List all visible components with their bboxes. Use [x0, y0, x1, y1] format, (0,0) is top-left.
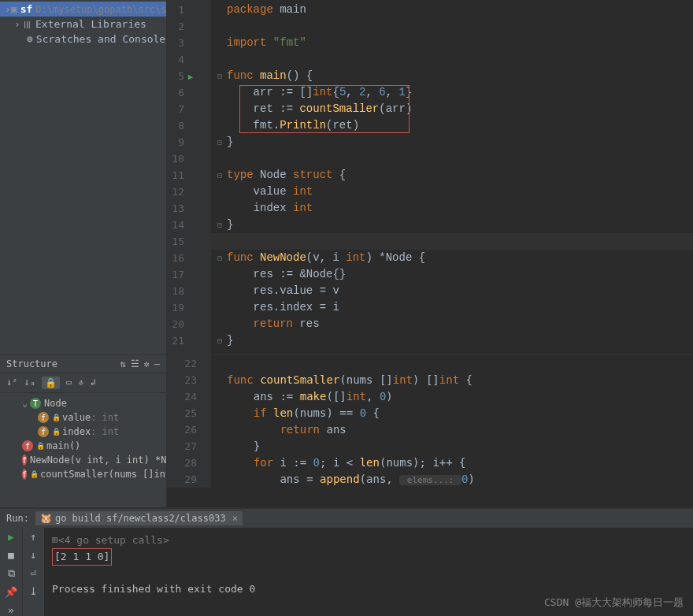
- rerun-icon[interactable]: ▶: [8, 531, 14, 543]
- code-line[interactable]: arr := []int{5, 2, 6, 1}: [211, 84, 693, 101]
- structure-item[interactable]: f🔒countSmaller(nums []int) []i: [0, 467, 166, 481]
- code-editor-lower[interactable]: 2223func countSmaller(nums []int) []int …: [167, 355, 693, 507]
- show-inherited-icon[interactable]: ▭: [66, 377, 72, 389]
- expand-hint-icon[interactable]: ⊞: [52, 534, 58, 546]
- structure-toolbar: ↓ᶻ ↓ₐ 🔒 ▭ ⎀ ↲: [0, 373, 166, 393]
- structure-item[interactable]: fNewNode(v int, i int) *Nod: [0, 453, 166, 467]
- watermark: CSDN @福大大架构师每日一题: [544, 596, 684, 610]
- code-line[interactable]: res.value = v: [211, 283, 693, 299]
- code-line[interactable]: res := &Node{}: [211, 266, 693, 283]
- run-toolbar-left: ▶ ■ ⧉ 📌 »: [0, 528, 22, 616]
- code-line[interactable]: 22: [167, 355, 693, 372]
- expand-icon[interactable]: ☱: [131, 358, 139, 369]
- code-line[interactable]: 28 for i := 0; i < len(nums); i++ {: [167, 455, 693, 471]
- scratches-icon: ⊚: [27, 33, 33, 45]
- autoscroll-from-icon[interactable]: ↲: [90, 377, 95, 389]
- more-icon[interactable]: »: [8, 604, 14, 616]
- code-line[interactable]: [211, 150, 693, 167]
- run-label: Run:: [6, 513, 29, 524]
- folder-icon: ▣: [11, 3, 17, 15]
- code-editor[interactable]: 12345▶6789101112131415161718192021 packa…: [167, 0, 693, 354]
- structure-item[interactable]: f🔒index: int: [0, 425, 166, 439]
- sort-visibility-icon[interactable]: ↓ₐ: [24, 377, 35, 389]
- code-line[interactable]: ⊟func main() {: [211, 68, 693, 84]
- code-line[interactable]: value int: [211, 184, 693, 200]
- run-toolbar-2: ↑ ↓ ⏎ ⤓: [22, 528, 44, 616]
- up-icon[interactable]: ↑: [31, 531, 37, 543]
- settings-icon[interactable]: ✲: [144, 358, 150, 369]
- down-icon[interactable]: ↓: [31, 549, 37, 561]
- code-line[interactable]: ⊟}: [211, 134, 693, 150]
- run-tab-label: go build sf/newclass2/class033: [55, 513, 226, 524]
- scratches-consoles[interactable]: ⊚ Scratches and Consoles: [0, 32, 166, 46]
- sort-alpha-icon[interactable]: ↓ᶻ: [6, 377, 17, 389]
- chevron-right-icon: ›: [14, 18, 22, 30]
- code-line[interactable]: ⊟}: [211, 332, 693, 349]
- code-line[interactable]: [211, 18, 693, 35]
- code-line[interactable]: 26 return ans: [167, 421, 693, 438]
- stop-icon[interactable]: ■: [8, 549, 14, 561]
- scroll-icon[interactable]: ⤓: [29, 585, 38, 597]
- project-name: sf: [20, 3, 33, 15]
- structure-item[interactable]: f🔒main(): [0, 439, 166, 453]
- show-fields-icon[interactable]: 🔒: [42, 377, 60, 389]
- code-line[interactable]: [211, 51, 693, 68]
- code-line[interactable]: ⊟}: [211, 217, 693, 233]
- autoscroll-icon[interactable]: ⎀: [78, 377, 83, 389]
- code-line[interactable]: 25 if len(nums) == 0 {: [167, 405, 693, 421]
- code-line[interactable]: res.index = i: [211, 299, 693, 316]
- exit-message: Process finished with exit code 0: [52, 581, 685, 597]
- structure-panel: Structure ⇅ ☱ ✲ — ↓ᶻ ↓ₐ 🔒 ▭ ⎀ ↲ ⌄TNodef🔒…: [0, 355, 167, 507]
- structure-item[interactable]: f🔒value: int: [0, 410, 166, 425]
- project-tree[interactable]: › ▣ sf D:\mysetup\gopath\src\sf › ⫼ Exte…: [0, 0, 166, 48]
- code-line[interactable]: package main: [211, 2, 693, 18]
- setup-calls: <4 go setup calls>: [58, 534, 169, 546]
- structure-tree[interactable]: ⌄TNodef🔒value: intf🔒index: intf🔒main()fN…: [0, 393, 166, 484]
- code-line[interactable]: 27 }: [167, 438, 693, 455]
- line-number-gutter: 12345▶6789101112131415161718192021: [167, 0, 211, 354]
- code-line[interactable]: ret := countSmaller(arr): [211, 101, 693, 117]
- code-line[interactable]: ⊟type Node struct {: [211, 167, 693, 184]
- project-path: D:\mysetup\gopath\src\sf: [35, 4, 167, 15]
- code-line[interactable]: import "fmt": [211, 35, 693, 51]
- code-line[interactable]: 29 ans = append(ans, elems...: 0): [167, 471, 693, 488]
- scratches-label: Scratches and Consoles: [36, 33, 167, 45]
- program-output: [2 1 1 0]: [52, 548, 112, 566]
- code-line[interactable]: return res: [211, 316, 693, 332]
- library-icon: ⫼: [22, 18, 32, 30]
- code-line[interactable]: 24 ans := make([]int, 0): [167, 388, 693, 405]
- structure-item[interactable]: ⌄TNode: [0, 396, 166, 410]
- close-icon[interactable]: ×: [232, 513, 238, 524]
- sort-icon[interactable]: ⇅: [120, 358, 125, 369]
- external-libraries[interactable]: › ⫼ External Libraries: [0, 17, 166, 32]
- wrap-icon[interactable]: ⏎: [31, 567, 37, 579]
- layout-icon[interactable]: ⧉: [8, 567, 15, 580]
- code-line[interactable]: fmt.Println(ret): [211, 117, 693, 134]
- chevron-right-icon: ›: [5, 3, 11, 15]
- go-icon: 🐹: [40, 513, 52, 524]
- code-line[interactable]: 23func countSmaller(nums []int) []int {: [167, 372, 693, 388]
- code-line[interactable]: index int: [211, 200, 693, 217]
- code-area[interactable]: package mainimport "fmt"⊟func main() { a…: [211, 0, 693, 354]
- pin-icon[interactable]: 📌: [5, 586, 17, 598]
- external-libs-label: External Libraries: [35, 18, 146, 30]
- project-sidebar: › ▣ sf D:\mysetup\gopath\src\sf › ⫼ Exte…: [0, 0, 167, 354]
- structure-title: Structure: [6, 358, 57, 369]
- code-line[interactable]: ⊟func NewNode(v, i int) *Node {: [211, 250, 693, 266]
- hide-icon[interactable]: —: [154, 358, 160, 369]
- project-root[interactable]: › ▣ sf D:\mysetup\gopath\src\sf: [0, 2, 166, 17]
- run-tab[interactable]: 🐹 go build sf/newclass2/class033 ×: [35, 511, 243, 525]
